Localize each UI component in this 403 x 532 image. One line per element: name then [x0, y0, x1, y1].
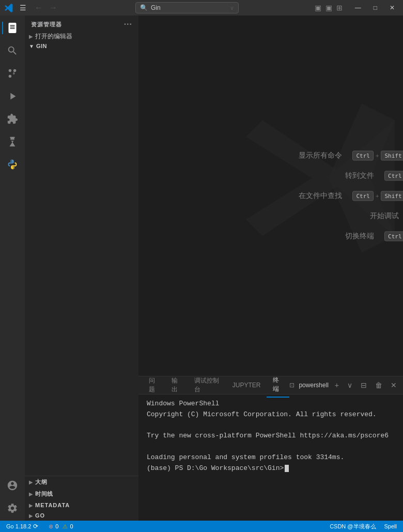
metadata-chevron: ▶	[29, 503, 33, 508]
nav-forward-button[interactable]: →	[47, 2, 59, 13]
activity-search[interactable]	[2, 40, 23, 61]
error-icon: ⊗	[49, 523, 53, 530]
shortcut-commands-label: 显示所有命令	[269, 151, 343, 160]
activity-extensions[interactable]	[2, 109, 23, 129]
close-button[interactable]: ✕	[385, 3, 399, 12]
terminal-trash-icon[interactable]: 🗑	[373, 380, 384, 390]
tab-output[interactable]: 输出	[165, 373, 188, 397]
shortcut-row-goto: 转到文件 Ctrl + P	[269, 171, 403, 180]
outline-label: 大纲	[35, 478, 47, 486]
gin-label: GIN	[36, 43, 134, 49]
search-icon: 🔍	[140, 4, 148, 11]
main-container: 资源管理器 ··· ▶ 打开的编辑器 ▼ GIN ▶ 大纲 ▶ 时间线	[0, 16, 403, 521]
csdn-text: CSDN @半境春么	[330, 523, 376, 530]
shortcut-row-debug: 开始调试 F5	[269, 211, 403, 221]
key-ctrl: Ctrl	[352, 150, 374, 160]
sidebar-more-options[interactable]: ···	[124, 20, 132, 29]
terminal-line-4: Try the new cross-platform PowerShell ht…	[147, 431, 395, 442]
go-version-text: Go 1.18.2	[6, 523, 31, 529]
terminal-tabs: 问题 输出 调试控制台 JUPYTER 终端 ⊡ powershell + ∨ …	[138, 376, 403, 394]
go-version-item[interactable]: Go 1.18.2 ⟳	[4, 521, 40, 532]
statusbar: Go 1.18.2 ⟳ ⊗ 0 ⚠ 0 CSDN @半境春么 Spell	[0, 521, 403, 532]
terminal-content[interactable]: Windows PowerShell Copyright (C) Microso…	[138, 394, 403, 521]
statusbar-right: CSDN @半境春么 Spell	[328, 521, 399, 532]
activity-source-control[interactable]	[2, 63, 23, 84]
terminal-line-6: Loading personal and system profiles too…	[147, 452, 395, 463]
sidebar: 资源管理器 ··· ▶ 打开的编辑器 ▼ GIN ▶ 大纲 ▶ 时间线	[25, 16, 138, 521]
sidebar-header: 资源管理器 ···	[25, 16, 138, 31]
spell-text: Spell	[384, 523, 397, 529]
key-plus-4: +	[376, 193, 379, 199]
timeline-group[interactable]: ▶ 时间线	[25, 488, 138, 500]
key-plus-1: +	[376, 153, 379, 159]
key-shift: Shift	[381, 150, 403, 160]
terminal-line-1: Windows PowerShell	[147, 399, 395, 409]
tab-debug-console[interactable]: 调试控制台	[188, 373, 226, 397]
shortcut-row-terminal: 切换终端 Ctrl + `	[269, 231, 403, 241]
terminal-line-5	[147, 442, 395, 452]
outline-chevron: ▶	[29, 479, 33, 485]
restore-button[interactable]: □	[369, 3, 381, 12]
spell-item[interactable]: Spell	[382, 521, 399, 532]
shortcut-row-commands: 显示所有命令 Ctrl + Shift + P	[269, 150, 403, 160]
terminal-split-icon[interactable]: ⊟	[359, 380, 369, 390]
activity-accounts[interactable]	[2, 475, 23, 496]
shortcut-find-keys: Ctrl + Shift + F	[352, 191, 403, 201]
search-text: Gin	[151, 4, 161, 11]
terminal-dropdown-icon[interactable]: ∨	[345, 380, 354, 390]
terminal-line-3	[147, 420, 395, 431]
titlebar-nav: ← →	[33, 2, 59, 13]
gin-group[interactable]: ▼ GIN	[25, 42, 138, 50]
layout-icon-2[interactable]: ▣	[326, 4, 332, 12]
nav-back-button[interactable]: ←	[33, 2, 45, 13]
go-group[interactable]: ▶ GO	[25, 510, 138, 521]
errors-item[interactable]: ⊗ 0 ⚠ 0	[47, 521, 75, 532]
go-chevron: ▶	[29, 513, 33, 519]
open-editors-chevron: ▶	[29, 34, 33, 39]
terminal-prompt: (base) PS D:\Go Workspace\src\Gin>	[147, 463, 395, 474]
metadata-label: METADATA	[35, 502, 70, 508]
shortcut-terminal-label: 切换终端	[269, 232, 374, 241]
tab-problems[interactable]: 问题	[143, 373, 165, 397]
terminal-controls: ⊡ powershell + ∨ ⊟ 🗑 ✕	[289, 380, 399, 390]
menu-icon[interactable]: ☰	[18, 3, 28, 13]
editor-area: 显示所有命令 Ctrl + Shift + P 转到文件 Ctrl + P	[138, 16, 403, 521]
activity-bar	[0, 16, 25, 521]
terminal-line-2: Copyright (C) Microsoft Corporation. All…	[147, 409, 395, 420]
timeline-label: 时间线	[35, 490, 53, 498]
key-ctrl-2: Ctrl	[384, 171, 403, 180]
titlebar-controls: ▣ ▣ ⊞ — □ ✕	[315, 3, 399, 12]
key-ctrl-3: Ctrl	[352, 191, 374, 201]
activity-flask[interactable]	[2, 131, 23, 152]
sidebar-bottom-groups: ▶ 大纲 ▶ 时间线 ▶ METADATA ▶ GO	[25, 476, 138, 521]
outline-group[interactable]: ▶ 大纲	[25, 476, 138, 488]
open-editors-group[interactable]: ▶ 打开的编辑器	[25, 31, 138, 42]
terminal-add-icon[interactable]: +	[333, 380, 341, 390]
layout-grid-icon[interactable]: ⊞	[336, 4, 343, 12]
tab-terminal[interactable]: 终端	[267, 373, 289, 398]
editor-main: 显示所有命令 Ctrl + Shift + P 转到文件 Ctrl + P	[138, 16, 403, 376]
go-label: GO	[35, 512, 45, 519]
tab-jupyter[interactable]: JUPYTER	[226, 378, 267, 392]
shortcut-goto-label: 转到文件	[269, 171, 374, 180]
minimize-button[interactable]: —	[351, 3, 365, 12]
shortcut-commands-keys: Ctrl + Shift + P	[352, 150, 403, 160]
activity-python[interactable]	[2, 154, 23, 175]
shortcut-find-label: 在文件中查找	[269, 191, 343, 201]
metadata-group[interactable]: ▶ METADATA	[25, 500, 138, 510]
activity-settings[interactable]	[2, 498, 23, 519]
terminal-shell-name[interactable]: powershell	[299, 382, 328, 389]
shortcut-terminal-keys: Ctrl + `	[384, 231, 403, 241]
gin-files-area	[25, 50, 138, 476]
terminal-shell-icon: ⊡	[289, 382, 295, 389]
csdn-item[interactable]: CSDN @半境春么	[328, 521, 378, 532]
activity-run[interactable]	[2, 86, 23, 107]
terminal-close-icon[interactable]: ✕	[389, 380, 399, 390]
layout-icon-1[interactable]: ▣	[315, 4, 321, 12]
activity-explorer[interactable]	[2, 18, 23, 38]
go-sync-icon: ⟳	[33, 523, 38, 530]
error-count: 0	[55, 523, 58, 529]
statusbar-left: Go 1.18.2 ⟳ ⊗ 0 ⚠ 0	[4, 521, 75, 532]
search-bar[interactable]: 🔍 Gin ∨	[135, 2, 239, 13]
titlebar: ☰ ← → 🔍 Gin ∨ ▣ ▣ ⊞ — □ ✕	[0, 0, 403, 16]
